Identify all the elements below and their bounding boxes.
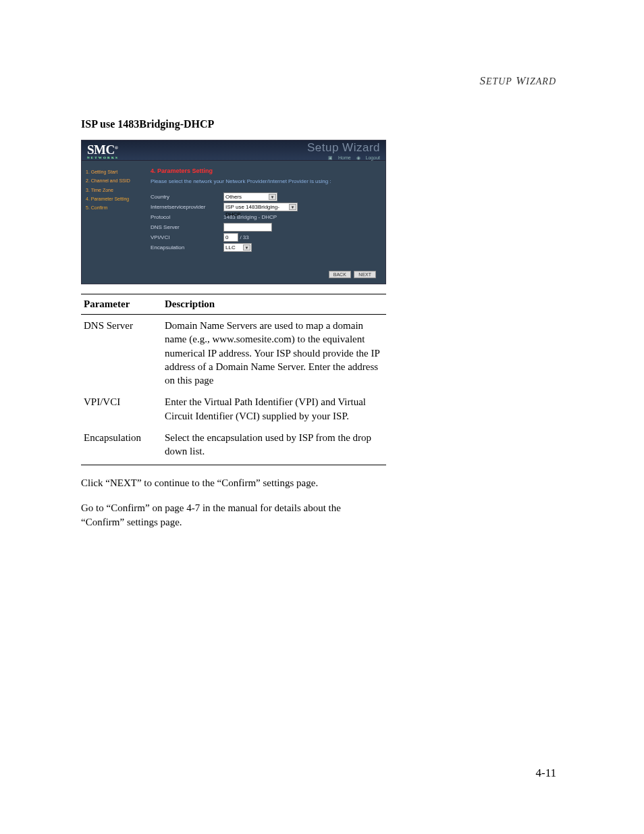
header-links: ▣ Home ◉ Logout <box>307 155 380 161</box>
protocol-label: Protocol <box>151 214 223 220</box>
table-header-description: Description <box>162 294 386 315</box>
wizard-sidebar: 1. Getting Start 2. Channel and SSID 3. … <box>82 161 146 284</box>
sidebar-item-parameter-setting[interactable]: 4. Parameter Setting <box>86 194 144 203</box>
country-label: Country <box>151 194 223 200</box>
logout-link[interactable]: ◉ Logout <box>356 155 380 160</box>
next-button[interactable]: NEXT <box>354 271 376 278</box>
body-text-2: Go to “Confirm” on page 4-7 in the manua… <box>81 501 386 529</box>
back-button[interactable]: BACK <box>329 271 351 278</box>
chevron-down-icon: ▼ <box>289 204 296 210</box>
wizard-step-title: 4. Parameters Setting <box>151 167 379 174</box>
smc-logo: SMC® N E T W O R K S <box>87 142 117 159</box>
wizard-instruction: Please select the network your Network P… <box>151 178 379 184</box>
table-row: VPI/VCI Enter the Virtual Path Identifie… <box>81 391 386 427</box>
router-screenshot: SMC® N E T W O R K S Setup Wizard ▣ Home… <box>81 140 386 284</box>
table-row: Encapsulation Select the encapsulation u… <box>81 427 386 465</box>
screenshot-header: SMC® N E T W O R K S Setup Wizard ▣ Home… <box>82 140 385 161</box>
desc-dns: Domain Name Servers are used to map a do… <box>162 315 386 392</box>
vpivci-label: VPI/VCI <box>151 234 223 240</box>
sidebar-item-getting-start[interactable]: 1. Getting Start <box>86 167 144 176</box>
param-encap: Encapsulation <box>81 427 162 465</box>
home-link[interactable]: ▣ Home <box>328 155 351 160</box>
setup-wizard-title: Setup Wizard <box>307 141 380 155</box>
isp-label: Internetserviceprovider <box>151 204 223 210</box>
section-title: ISP use 1483Bridging-DHCP <box>81 118 563 130</box>
sidebar-item-time-zone[interactable]: 3. Time Zone <box>86 186 144 194</box>
encap-label: Encapsulation <box>151 244 223 251</box>
param-vpivci: VPI/VCI <box>81 391 162 427</box>
running-header: SETUP WIZARD <box>479 74 556 88</box>
isp-select[interactable]: ISP use 1483Bridging-DHCP ▼ <box>223 203 298 211</box>
desc-encap: Select the encapsulation used by ISP fro… <box>162 427 386 465</box>
parameter-table: Parameter Description DNS Server Domain … <box>81 294 386 465</box>
encap-select[interactable]: LLC ▼ <box>223 243 252 252</box>
dns-label: DNS Server <box>151 224 223 230</box>
dns-input[interactable] <box>223 223 272 232</box>
param-dns: DNS Server <box>81 315 162 392</box>
vpi-input[interactable]: 0 <box>223 233 238 242</box>
page-number: 4-11 <box>535 766 556 780</box>
vci-value: 33 <box>242 234 257 242</box>
table-header-parameter: Parameter <box>81 294 162 315</box>
sidebar-item-confirm[interactable]: 5. Confirm <box>86 203 144 212</box>
table-row: DNS Server Domain Name Servers are used … <box>81 315 386 392</box>
chevron-down-icon: ▼ <box>243 244 250 251</box>
wizard-main: 4. Parameters Setting Please select the … <box>146 161 385 284</box>
body-text-1: Click “NEXT” to continue to the “Confirm… <box>81 476 386 490</box>
desc-vpivci: Enter the Virtual Path Identifier (VPI) … <box>162 391 386 427</box>
sidebar-item-channel-ssid[interactable]: 2. Channel and SSID <box>86 176 144 185</box>
chevron-down-icon: ▼ <box>269 194 276 200</box>
country-select[interactable]: Others ▼ <box>223 192 277 201</box>
